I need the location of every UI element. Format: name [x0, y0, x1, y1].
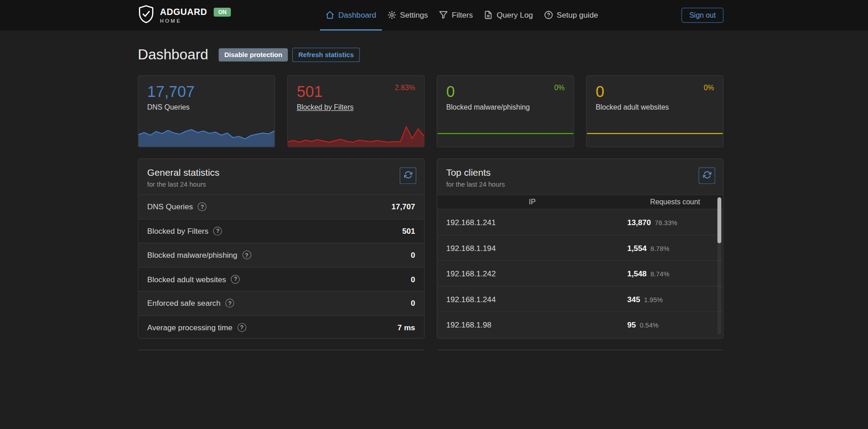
client-ip: 192.168.1.241	[437, 218, 627, 227]
row-label: Blocked by Filters	[147, 227, 208, 236]
nav-item-dashboard[interactable]: Dashboard	[320, 0, 382, 30]
stat-percent: 0%	[554, 84, 565, 92]
requests-count: 95	[627, 320, 636, 329]
question-icon[interactable]: ?	[214, 227, 223, 236]
scrollbar-thumb[interactable]	[717, 197, 721, 243]
panel-subtitle: for the last 24 hours	[147, 181, 415, 188]
requests-count: 1,554	[627, 244, 647, 253]
stat-row: Blocked malware/phishing? 0	[138, 243, 424, 267]
panel-subtitle: for the last 24 hours	[446, 181, 714, 188]
stat-label: DNS Queries	[138, 101, 275, 111]
nav-label: Dashboard	[338, 10, 376, 19]
help-circle-icon	[544, 10, 553, 19]
panel-top-blocked-domains: Top blocked domains for the last 24 hour…	[437, 350, 724, 351]
shield-logo-icon	[138, 5, 155, 25]
stat-label: Blocked adult websites	[587, 101, 723, 111]
nav-label: Setup guide	[557, 10, 598, 19]
client-ip: 192.168.1.194	[437, 244, 627, 253]
nav-item-setup-guide[interactable]: Setup guide	[539, 0, 604, 30]
row-value: 17,707	[391, 202, 415, 212]
client-ip: 192.168.1.242	[437, 269, 627, 278]
row-label: Enforced safe search	[147, 299, 220, 308]
nav-item-settings[interactable]: Settings	[382, 0, 433, 30]
stat-label: Blocked by Filters	[288, 101, 424, 111]
blocked-by-filters-link[interactable]: Blocked by Filters	[297, 103, 353, 111]
panel-top-clients: Top clients for the last 24 hours IP Req…	[437, 159, 724, 339]
refresh-icon	[703, 171, 711, 181]
panel-title: General statistics	[147, 167, 415, 178]
top-clients-table: 192.168.1.241 13,87078.33% 192.168.1.194…	[437, 209, 723, 337]
brand-name: ADGUARD	[160, 7, 207, 17]
blocked-filters-sparkline	[288, 122, 424, 147]
nav-label: Query Log	[496, 10, 533, 19]
requests-count: 13,870	[627, 218, 651, 227]
nav-item-filters[interactable]: Filters	[434, 0, 478, 30]
nav-label: Filters	[452, 10, 473, 19]
stat-card-blocked-malware: 0 Blocked malware/phishing 0%	[437, 75, 574, 147]
client-ip: 192.168.1.244	[437, 294, 627, 304]
stat-value: 0	[437, 76, 573, 101]
stat-row: Blocked adult websites? 0	[138, 267, 424, 291]
row-value: 0	[411, 275, 415, 284]
question-icon[interactable]: ?	[238, 323, 247, 332]
nav-item-query-log[interactable]: Query Log	[478, 0, 539, 30]
row-label: Blocked adult websites	[147, 275, 226, 284]
general-statistics-table: DNS Queries? 17,707 Blocked by Filters? …	[138, 194, 424, 338]
brand: ADGUARD ON HOME	[138, 5, 231, 25]
protection-status-badge: ON	[214, 8, 231, 17]
blocked-adult-sparkline	[587, 122, 723, 147]
question-icon[interactable]: ?	[242, 251, 251, 260]
panel-top-queried-domains: Top queried domains for the last 24 hour…	[138, 350, 425, 351]
requests-count: 1,548	[627, 269, 647, 278]
stat-value: 0	[587, 76, 723, 101]
client-row: 192.168.1.241 13,87078.33%	[437, 209, 723, 235]
requests-percent: 1.95%	[644, 296, 663, 304]
panel-title: Top clients	[446, 167, 714, 178]
refresh-general-statistics-button[interactable]	[400, 167, 416, 184]
page-title: Dashboard	[138, 46, 209, 63]
disable-protection-button[interactable]: Disable protection	[219, 48, 288, 61]
stat-label: Blocked malware/phishing	[437, 101, 573, 111]
brand-subtitle: HOME	[160, 18, 231, 24]
sign-out-button[interactable]: Sign out	[682, 8, 724, 23]
client-row: 192.168.1.194 1,5548.78%	[437, 235, 723, 260]
row-label: DNS Queries	[147, 202, 193, 212]
stat-card-dns-queries: 17,707 DNS Queries	[138, 75, 275, 147]
row-value: 0	[411, 251, 415, 260]
blocked-malware-sparkline	[437, 122, 573, 147]
stat-card-blocked-adult: 0 Blocked adult websites 0%	[586, 75, 723, 147]
question-icon[interactable]: ?	[231, 275, 240, 284]
requests-percent: 0.54%	[640, 321, 659, 329]
question-icon[interactable]: ?	[225, 299, 234, 308]
row-label: Blocked malware/phishing	[147, 251, 237, 260]
requests-percent: 78.33%	[655, 219, 677, 227]
dns-queries-sparkline	[138, 122, 275, 147]
client-row: 192.168.1.244 3451.95%	[437, 286, 723, 311]
table-header: IP Requests count	[437, 194, 723, 209]
row-value: 0	[411, 299, 415, 308]
page: ADGUARD ON HOME Dashboard	[0, 0, 868, 351]
stat-cards: 17,707 DNS Queries 501 Blocked by Filter…	[138, 75, 724, 147]
stat-row: Blocked by Filters? 501	[138, 219, 424, 243]
requests-percent: 8.78%	[650, 245, 669, 252]
panel-general-statistics: General statistics for the last 24 hours…	[138, 159, 425, 339]
stat-value: 17,707	[138, 76, 275, 101]
refresh-top-clients-button[interactable]	[699, 167, 715, 184]
question-icon[interactable]: ?	[198, 202, 207, 212]
filter-icon	[439, 10, 448, 19]
column-requests-count: Requests count	[627, 198, 723, 206]
gear-icon	[387, 10, 396, 19]
stat-percent: 2.83%	[395, 84, 415, 92]
top-navbar: ADGUARD ON HOME Dashboard	[0, 0, 868, 30]
page-title-bar: Dashboard Disable protection Refresh sta…	[138, 30, 724, 63]
row-label: Average processing time	[147, 323, 232, 332]
stat-card-blocked-by-filters: 501 Blocked by Filters 2.83%	[287, 75, 424, 147]
client-ip: 192.168.1.98	[437, 320, 627, 329]
client-row: 192.168.1.98 950.54%	[437, 311, 723, 337]
column-ip: IP	[437, 198, 627, 206]
stat-percent: 0%	[704, 84, 714, 92]
requests-count: 345	[627, 294, 640, 304]
main-nav: Dashboard Settings	[320, 0, 604, 30]
document-icon	[484, 10, 493, 19]
refresh-statistics-button[interactable]: Refresh statistics	[292, 48, 360, 62]
